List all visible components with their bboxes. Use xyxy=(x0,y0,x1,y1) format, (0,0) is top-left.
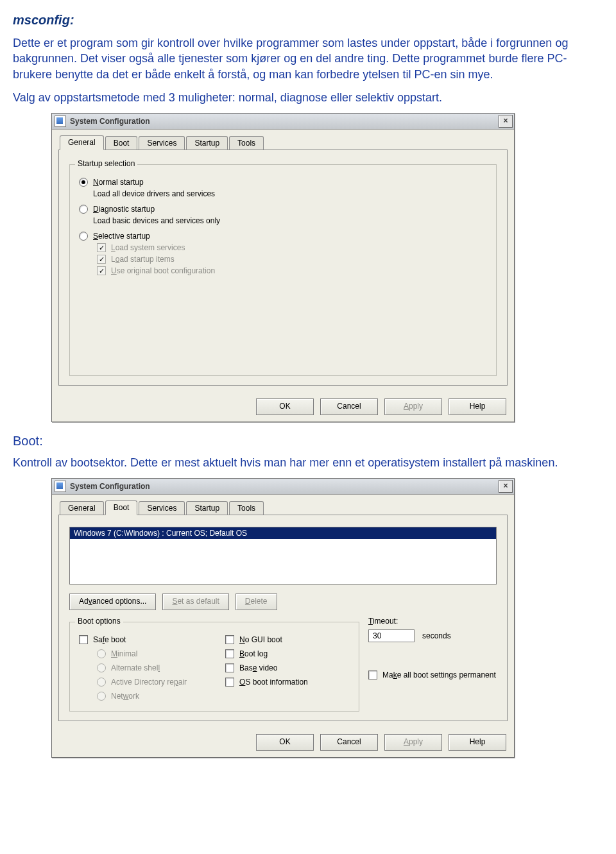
radio-icon xyxy=(97,663,106,672)
check-os-boot-info[interactable]: OS boot information xyxy=(225,678,308,687)
check-label: OS boot information xyxy=(239,678,308,687)
check-label: Safe boot xyxy=(93,635,126,644)
os-list-item[interactable]: Windows 7 (C:\Windows) : Current OS; Def… xyxy=(70,527,496,539)
sysconfig-dialog-boot: System Configuration × General Boot Serv… xyxy=(51,478,515,758)
radio-label: Selective startup xyxy=(93,232,150,241)
checkbox-icon xyxy=(79,635,88,644)
radio-ad-repair: Active Directory repair xyxy=(97,678,187,687)
check-no-gui-boot[interactable]: No GUI boot xyxy=(225,635,308,644)
radio-label: Alternate shell xyxy=(111,663,160,672)
help-button[interactable]: Help xyxy=(449,734,506,751)
diagnostic-startup-sub: Load basic devices and services only xyxy=(93,216,487,225)
check-label: Use original boot configuration xyxy=(111,266,215,275)
doc-heading: msconfig: xyxy=(13,13,603,28)
check-label: Base video xyxy=(239,663,277,672)
radio-icon xyxy=(97,649,106,658)
tab-boot[interactable]: Boot xyxy=(105,500,138,515)
radio-network: Network xyxy=(97,692,187,701)
check-label: Load system services xyxy=(111,243,185,252)
cancel-button[interactable]: Cancel xyxy=(320,734,378,751)
tab-bar: General Boot Services Startup Tools xyxy=(60,135,508,149)
delete-button[interactable]: Delete xyxy=(235,594,277,610)
titlebar[interactable]: System Configuration × xyxy=(52,479,514,495)
check-load-startup-items: Load startup items xyxy=(97,255,487,264)
timeout-label: Timeout: xyxy=(368,617,497,626)
tab-general[interactable]: General xyxy=(60,501,104,515)
group-legend: Boot options xyxy=(75,617,123,626)
app-icon xyxy=(55,481,66,492)
checkbox-icon xyxy=(225,678,234,687)
dialog-title: System Configuration xyxy=(70,482,499,491)
tab-tools[interactable]: Tools xyxy=(229,501,264,515)
check-load-system-services: Load system services xyxy=(97,243,487,252)
close-icon[interactable]: × xyxy=(499,115,513,128)
boot-options-group: Boot options Safe boot Minimal xyxy=(69,622,359,712)
sysconfig-dialog-general: System Configuration × General Boot Serv… xyxy=(51,113,515,422)
radio-label: Network xyxy=(111,692,139,701)
dialog-button-row: OK Cancel Apply Help xyxy=(52,392,514,422)
checkbox-icon xyxy=(368,670,377,679)
cancel-button[interactable]: Cancel xyxy=(320,398,378,415)
timeout-input[interactable]: 30 xyxy=(368,629,415,642)
radio-label: Minimal xyxy=(111,649,137,658)
help-button[interactable]: Help xyxy=(449,398,506,415)
doc-paragraph-2: Valg av oppstartsmetode med 3 muligheter… xyxy=(13,90,603,105)
checkbox-icon xyxy=(225,649,234,658)
doc-paragraph-3: Kontroll av bootsektor. Dette er mest ak… xyxy=(13,455,603,470)
check-label: Make all boot settings permanent xyxy=(382,670,496,679)
tab-startup[interactable]: Startup xyxy=(186,136,228,150)
radio-icon xyxy=(79,178,88,187)
dialog-button-row: OK Cancel Apply Help xyxy=(52,728,514,757)
tab-panel-general: Startup selection Normal startup Load al… xyxy=(58,149,508,386)
radio-icon xyxy=(97,678,106,687)
radio-label: Normal startup xyxy=(93,178,144,187)
dialog-title: System Configuration xyxy=(70,117,499,126)
radio-icon xyxy=(79,205,88,214)
normal-startup-sub: Load all device drivers and services xyxy=(93,189,487,198)
check-label: Load startup items xyxy=(111,255,175,264)
os-listbox[interactable]: Windows 7 (C:\Windows) : Current OS; Def… xyxy=(69,527,497,585)
radio-label: Diagnostic startup xyxy=(93,205,155,214)
check-boot-log[interactable]: Boot log xyxy=(225,649,308,658)
radio-diagnostic-startup[interactable]: Diagnostic startup xyxy=(79,205,487,214)
tab-bar: General Boot Services Startup Tools xyxy=(60,500,508,515)
radio-selective-startup[interactable]: Selective startup xyxy=(79,232,487,241)
radio-alternate-shell: Alternate shell xyxy=(97,663,187,672)
startup-selection-group: Startup selection Normal startup Load al… xyxy=(69,164,497,376)
set-as-default-button[interactable]: Set as default xyxy=(162,594,228,610)
advanced-options-button[interactable]: Advanced options... xyxy=(69,594,156,610)
radio-normal-startup[interactable]: Normal startup xyxy=(79,178,487,187)
doc-boot-title: Boot: xyxy=(13,434,603,448)
tab-boot[interactable]: Boot xyxy=(105,136,138,150)
radio-label: Active Directory repair xyxy=(111,678,187,687)
app-icon xyxy=(55,115,66,127)
doc-paragraph-1: Dette er et program som gir kontroll ove… xyxy=(13,35,603,82)
check-base-video[interactable]: Base video xyxy=(225,663,308,672)
tab-services[interactable]: Services xyxy=(139,501,185,515)
radio-icon xyxy=(79,232,88,241)
radio-minimal: Minimal xyxy=(97,649,187,658)
tab-tools[interactable]: Tools xyxy=(229,136,264,150)
radio-icon xyxy=(97,692,106,701)
titlebar[interactable]: System Configuration × xyxy=(52,114,514,130)
tab-services[interactable]: Services xyxy=(139,136,185,150)
tab-startup[interactable]: Startup xyxy=(186,501,228,515)
checkbox-icon xyxy=(225,635,234,644)
check-safe-boot[interactable]: Safe boot xyxy=(79,635,187,644)
check-use-original-boot: Use original boot configuration xyxy=(97,266,487,275)
timeout-column: Timeout: 30 seconds Make all boot settin… xyxy=(368,617,497,712)
checkbox-icon xyxy=(97,255,106,264)
apply-button[interactable]: Apply xyxy=(384,398,442,415)
ok-button[interactable]: OK xyxy=(256,398,314,415)
apply-button[interactable]: Apply xyxy=(384,734,442,751)
group-legend: Startup selection xyxy=(75,159,137,168)
tab-panel-boot: Windows 7 (C:\Windows) : Current OS; Def… xyxy=(58,515,508,721)
check-label: Boot log xyxy=(239,649,268,658)
check-make-permanent[interactable]: Make all boot settings permanent xyxy=(368,670,497,679)
checkbox-icon xyxy=(97,243,106,252)
checkbox-icon xyxy=(97,266,106,275)
close-icon[interactable]: × xyxy=(499,480,513,493)
tab-general[interactable]: General xyxy=(60,135,104,150)
ok-button[interactable]: OK xyxy=(256,734,314,751)
check-label: No GUI boot xyxy=(239,635,282,644)
